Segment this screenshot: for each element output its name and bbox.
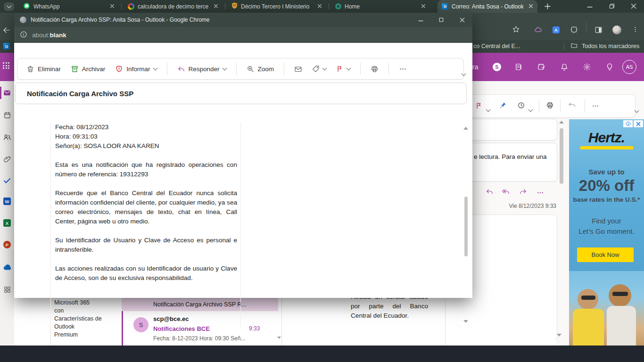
pin-icon[interactable] xyxy=(499,101,507,111)
scroll-down-arrow[interactable] xyxy=(557,334,561,337)
translate-extension-icon[interactable]: A xyxy=(553,26,560,33)
print-button[interactable] xyxy=(367,63,382,75)
people-icon[interactable] xyxy=(0,130,14,144)
window-minimize-button[interactable] xyxy=(584,0,596,12)
list-scroll-down[interactable] xyxy=(277,337,281,339)
tab-calculadora[interactable]: calculadora de decimo terce xyxy=(124,0,223,13)
close-icon[interactable] xyxy=(528,3,533,10)
categorize-button[interactable] xyxy=(309,63,330,75)
all-bookmarks-button[interactable]: Todos los marcadores xyxy=(570,42,639,50)
mail-icon[interactable] xyxy=(0,86,14,100)
folder-icon xyxy=(570,42,578,50)
archive-button[interactable]: Archivar xyxy=(67,63,109,75)
report-label: Informar xyxy=(126,66,150,73)
tab-correo-active[interactable]: o Correo: Anita Sosa - Outlook xyxy=(438,0,537,13)
bookmarks-divider xyxy=(564,43,564,50)
ad-photo xyxy=(569,271,644,346)
calendar-icon[interactable] xyxy=(0,108,14,122)
delete-button[interactable]: Eliminar xyxy=(23,63,64,75)
onedrive-icon[interactable] xyxy=(0,260,14,274)
report-button[interactable]: Informar xyxy=(112,63,160,75)
side-panel-icon[interactable] xyxy=(594,26,603,36)
close-icon[interactable] xyxy=(110,3,115,10)
tab-decimo-tercero[interactable]: Décimo Tercero I Ministerio xyxy=(227,0,326,13)
message-timestamp: Vie 8/12/2023 9:33 xyxy=(481,203,556,209)
close-icon[interactable] xyxy=(214,3,218,10)
tab-search-button[interactable] xyxy=(4,2,14,11)
email-line: Fecha: 08/12/2023 xyxy=(55,123,237,132)
bell-icon[interactable] xyxy=(560,63,569,73)
window-close-button[interactable] xyxy=(627,0,640,12)
message-more-icon[interactable] xyxy=(537,189,544,198)
chevron-down-icon[interactable] xyxy=(487,105,490,113)
ad-brand: Hertz. xyxy=(569,130,644,146)
print-icon[interactable] xyxy=(546,101,554,111)
taskbar: Buscar N W X xyxy=(0,346,644,362)
word-icon[interactable]: W xyxy=(0,194,14,208)
undo-icon[interactable] xyxy=(568,101,576,111)
bookmark-star-icon[interactable] xyxy=(512,25,520,35)
popup-scrollbar-thumb[interactable] xyxy=(464,197,468,256)
back-icon[interactable] xyxy=(2,26,11,36)
reply-button[interactable]: Responder xyxy=(174,63,230,75)
popup-title-bar[interactable]: Notificación Carga Archivo SSP: Anita So… xyxy=(14,13,472,27)
list-item-selected[interactable]: S scp@bce.ec Notificaciones BCE 9:33 Fec… xyxy=(122,311,278,346)
list-item-pinned[interactable]: Notificación Carga Archivo SSP R... xyxy=(122,298,278,311)
powerpoint-icon[interactable]: P xyxy=(0,238,14,252)
reply-icon[interactable] xyxy=(486,188,494,197)
window-restore-button[interactable] xyxy=(606,0,618,12)
popup-minimize-button[interactable] xyxy=(413,13,429,27)
todo-icon[interactable] xyxy=(0,173,14,188)
ad-close-icon[interactable] xyxy=(634,120,643,127)
forward-icon[interactable] xyxy=(519,188,527,197)
ad-info-icon[interactable] xyxy=(623,120,633,127)
info-icon[interactable] xyxy=(20,31,27,40)
new-tab-button[interactable] xyxy=(541,0,553,12)
reply-all-icon[interactable] xyxy=(502,188,510,197)
weather-extension-icon[interactable] xyxy=(534,26,542,36)
toolbar-overflow-chevron[interactable] xyxy=(462,69,465,77)
notebook-icon[interactable] xyxy=(514,63,523,73)
ad-cta-button[interactable]: Book Now xyxy=(577,247,634,262)
delete-label: Eliminar xyxy=(38,66,61,73)
more-options-icon[interactable] xyxy=(592,102,599,112)
lightbulb-icon[interactable] xyxy=(605,63,614,73)
tab-whatsapp[interactable]: WhatsApp xyxy=(19,0,119,13)
popup-address-bar[interactable]: about:blank xyxy=(14,27,472,43)
shield-crest-icon xyxy=(231,2,238,10)
flag-button[interactable] xyxy=(333,63,354,75)
ad-banner[interactable]: Hertz. Save up to 20% off base rates in … xyxy=(569,119,644,346)
close-icon[interactable] xyxy=(421,3,426,10)
attachment-icon[interactable] xyxy=(0,152,14,166)
chevron-down-icon[interactable] xyxy=(529,105,532,113)
profile-avatar[interactable] xyxy=(612,25,621,34)
gear-icon[interactable] xyxy=(583,63,591,73)
screen: WhatsApp calculadora de decimo terce Déc… xyxy=(0,0,644,362)
popup-close-button[interactable] xyxy=(454,13,470,27)
bookmark-item[interactable]: co Central del E... xyxy=(473,43,520,49)
tab-home[interactable]: Home xyxy=(331,0,430,13)
flag-icon[interactable] xyxy=(475,102,483,111)
scrollbar-thumb[interactable] xyxy=(560,128,563,184)
popup-scroll-down[interactable] xyxy=(463,320,468,323)
divider xyxy=(167,63,167,75)
close-icon[interactable] xyxy=(317,3,322,10)
app-launcher-icon[interactable] xyxy=(3,62,9,69)
more-actions-button[interactable] xyxy=(396,63,410,75)
skype-icon[interactable]: S xyxy=(493,63,501,71)
extensions-puzzle-icon[interactable] xyxy=(570,26,578,36)
tab-title: Correo: Anita Sosa - Outlook xyxy=(452,3,525,10)
tasks-icon[interactable] xyxy=(537,63,545,73)
snooze-clock-icon[interactable] xyxy=(517,101,525,111)
popup-scroll-up[interactable] xyxy=(463,127,468,130)
mark-unread-button[interactable] xyxy=(291,63,305,75)
toolbar-expand-chevron[interactable] xyxy=(635,106,638,114)
zoom-button[interactable]: Zoom xyxy=(243,63,278,75)
account-avatar[interactable]: AS xyxy=(622,60,636,74)
more-apps-icon[interactable] xyxy=(0,282,14,296)
scroll-up-arrow[interactable] xyxy=(559,121,564,123)
popup-maximize-button[interactable] xyxy=(433,13,449,27)
bookmark-outlook-icon[interactable]: o xyxy=(3,43,10,49)
kebab-menu-icon[interactable] xyxy=(632,26,639,35)
excel-icon[interactable]: X xyxy=(0,216,14,230)
